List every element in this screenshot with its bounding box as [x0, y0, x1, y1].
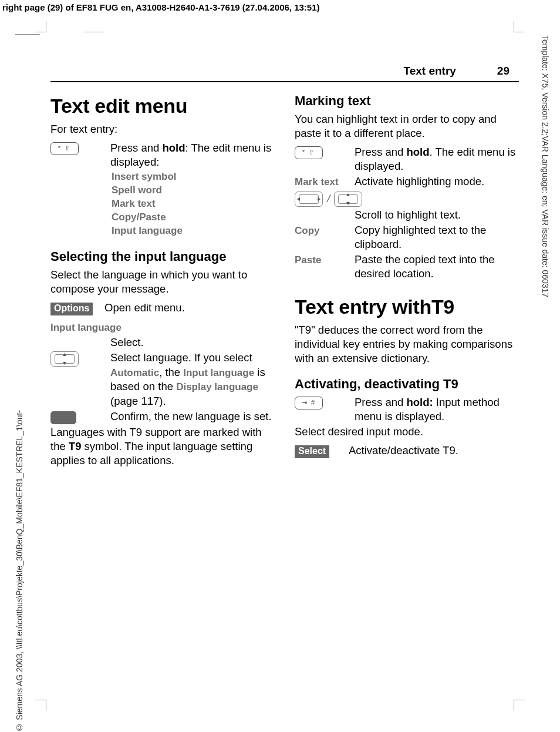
star-key-icon: * ⇧ [295, 146, 323, 159]
select-text: Select. [110, 335, 275, 350]
menu-item: Insert symbol [112, 170, 275, 184]
crop-mark-tl [35, 21, 46, 32]
hash-key-desc: Press and hold: Input method menu is dis… [355, 395, 519, 424]
center-key-icon [50, 411, 76, 424]
heading-text-edit-menu: Text edit menu [50, 93, 275, 119]
nav-up-down-icon [50, 351, 79, 367]
separator-slash: / [326, 192, 331, 204]
paste-label: Paste [295, 254, 321, 266]
running-section: Text entry [403, 65, 456, 78]
meta-top-header: right page (29) of EF81 FUG en, A31008-H… [2, 2, 320, 12]
navkeys-row: / [295, 192, 519, 207]
heading-activating-t9: Activating, deactivating T9 [295, 376, 519, 393]
press-hold-desc-right: Press and hold. The edit menu is display… [355, 145, 519, 173]
copy-label: Copy [295, 225, 320, 236]
right-column: Marking text You can highlight text in o… [295, 93, 519, 472]
mark-text-desc: Activate highlighting mode. [355, 174, 519, 189]
left-column: Text edit menu For text entry: * ⇧ Press… [50, 93, 275, 472]
marking-intro: You can highlight text in order to copy … [295, 112, 519, 140]
crop-mark-bl [35, 700, 46, 711]
menu-item: Input language [112, 224, 275, 238]
sidebar-meta-left: © Siemens AG 2003, \\Itl.eu\cottbus\Proj… [9, 0, 29, 732]
select-input-mode: Select desired input mode. [295, 425, 519, 439]
press-hold-desc: Press and hold: The edit menu is display… [110, 141, 275, 169]
sidebar-meta-right: Template: X75, Version 2.2;VAR Language:… [535, 35, 555, 297]
mark-text-label: Mark text [295, 176, 339, 187]
nav-up-down-icon [334, 192, 362, 207]
confirm-desc: Confirm, the new language is set. [110, 409, 275, 424]
running-head: Text entry 29 [50, 65, 519, 82]
menu-item: Copy/Paste [112, 211, 275, 224]
softkey-options: Options [50, 303, 93, 315]
paste-desc: Paste the copied text into the desired l… [355, 253, 519, 281]
copy-desc: Copy highlighted text to the clipboard. [355, 223, 519, 251]
heading-marking-text: Marking text [295, 93, 519, 110]
edit-menu-options: Insert symbol Spell word Mark text Copy/… [112, 170, 275, 238]
nav-left-right-icon [295, 192, 323, 207]
heading-text-entry-t9: Text entry withT9 [295, 294, 519, 320]
scroll-desc: Scroll to highlight text. [355, 208, 519, 222]
t9-note: Languages with T9 support are marked wit… [50, 425, 275, 468]
menu-item: Mark text [112, 197, 275, 211]
menu-item: Spell word [112, 184, 275, 197]
input-language-label: Input language [50, 321, 275, 335]
t9-intro: "T9" deduces the correct word from the i… [295, 323, 519, 365]
star-key-icon: * ⇧ [50, 142, 79, 155]
page-number: 29 [497, 65, 510, 78]
softkey-select: Select [295, 445, 329, 458]
crop-mark-tr [514, 21, 525, 32]
activate-deactivate-desc: Activate/deactivate T9. [349, 444, 519, 458]
heading-select-input-lang: Selecting the input language [50, 249, 275, 266]
intro-text: For text entry: [50, 122, 275, 136]
crop-mark-br [514, 700, 525, 711]
select-language-desc: Select language. If you select Automatic… [110, 351, 275, 408]
hash-key-icon: ⇥ # [295, 397, 323, 409]
open-edit-desc: Open edit menu. [104, 301, 275, 315]
select-lang-desc: Select the language in which you want to… [50, 268, 275, 296]
